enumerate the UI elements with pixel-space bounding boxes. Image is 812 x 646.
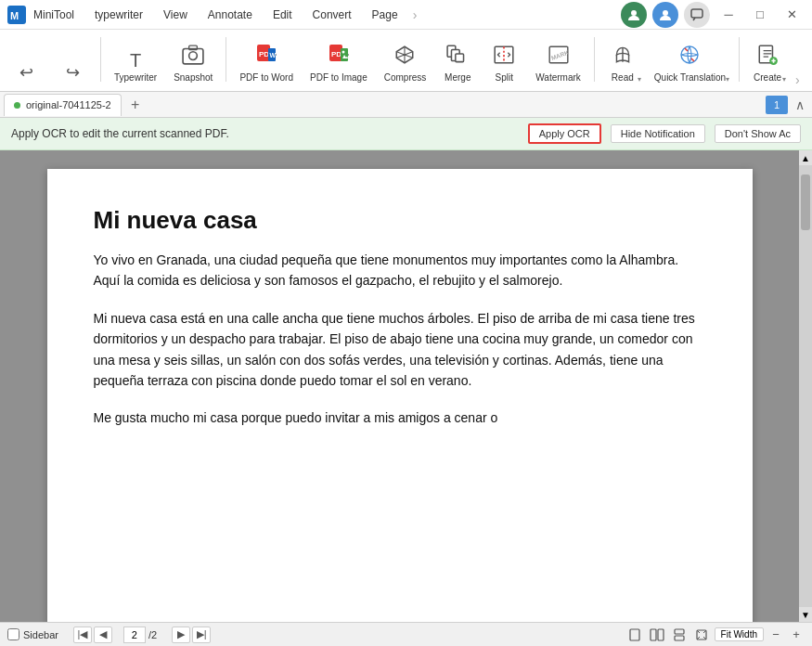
single-page-view-button[interactable]: [625, 627, 644, 643]
hide-notification-button[interactable]: Hide Notification: [611, 124, 705, 143]
zoom-in-button[interactable]: +: [788, 627, 805, 643]
title-icons: ─ □ ✕: [621, 2, 805, 28]
paragraph-2: Mi nueva casa está en una calle ancha qu…: [94, 308, 706, 392]
page-navigation-right: ▶ ▶|: [172, 627, 211, 643]
quick-translation-button[interactable]: Quick Translation: [647, 33, 733, 87]
read-icon: [612, 44, 634, 70]
svg-point-6: [189, 52, 198, 60]
paragraph-3: Me gusta mucho mi casa porque puedo invi…: [94, 407, 706, 428]
tab-right-controls: 1 ∧: [766, 96, 808, 114]
status-right-controls: Fit Width − +: [625, 627, 805, 643]
scroll-view-button[interactable]: [670, 627, 689, 643]
svg-rect-5: [183, 48, 203, 63]
compress-icon: [393, 44, 416, 70]
prev-page-button[interactable]: ◀: [94, 627, 112, 643]
ribbon: ↩ ↪ T Typewriter Snapshot: [0, 30, 812, 92]
last-page-button[interactable]: ▶|: [192, 627, 211, 643]
split-button[interactable]: Split: [482, 33, 526, 87]
menu-annotate[interactable]: Annotate: [199, 5, 262, 25]
user-icon[interactable]: [621, 2, 647, 28]
watermark-button[interactable]: MARK Watermark: [528, 33, 588, 87]
tab-add-button[interactable]: +: [125, 95, 146, 115]
minimize-button[interactable]: ─: [715, 5, 741, 25]
apply-ocr-button[interactable]: Apply OCR: [528, 123, 601, 144]
snapshot-label: Snapshot: [174, 72, 213, 84]
status-bar: Sidebar |◀ ◀ /2 ▶ ▶| Fit Width − +: [0, 622, 812, 646]
ribbon-tools: ↩ ↪ T Typewriter Snapshot: [4, 33, 808, 91]
svg-rect-30: [675, 636, 684, 640]
separator-4: [739, 37, 740, 82]
undo-button[interactable]: ↩: [4, 33, 48, 87]
pdf-to-image-button[interactable]: PDF PDF to Image: [303, 33, 375, 87]
watermark-label: Watermark: [535, 72, 581, 84]
scroll-thumb[interactable]: [801, 174, 810, 230]
pdf-to-word-button[interactable]: PDF W PDF to Word: [232, 33, 301, 87]
split-icon: [493, 44, 515, 70]
typewriter-label: Typewriter: [114, 72, 157, 84]
pdf-to-word-icon: PDF W: [255, 44, 277, 70]
svg-rect-26: [630, 629, 639, 640]
total-pages: /2: [148, 629, 157, 640]
scroll-down-button[interactable]: ▼: [801, 607, 810, 622]
menu-more-icon[interactable]: ›: [409, 5, 421, 25]
tab-active-dot: [14, 102, 20, 109]
app-name: MiniTool: [33, 8, 74, 21]
dont-show-again-button[interactable]: Don't Show Ac: [715, 124, 801, 143]
menu-page[interactable]: Page: [363, 5, 407, 25]
page-indicator: /2: [123, 627, 157, 643]
zoom-out-button[interactable]: −: [767, 627, 784, 643]
svg-rect-29: [675, 629, 684, 634]
read-label: Read: [612, 72, 634, 84]
separator-1: [100, 37, 101, 82]
snapshot-icon: [182, 44, 204, 70]
scroll-up-button[interactable]: ▲: [801, 150, 810, 165]
ribbon-more-icon[interactable]: ›: [792, 72, 804, 87]
quick-translation-label: Quick Translation: [654, 72, 726, 84]
sidebar-checkbox[interactable]: [7, 628, 19, 640]
separator-3: [594, 37, 595, 82]
chat-icon[interactable]: [684, 2, 710, 28]
pdf-viewer[interactable]: Mi nueva casa Yo vivo en Granada, una ci…: [0, 150, 799, 622]
menu-view[interactable]: View: [154, 5, 197, 25]
tab-document[interactable]: original-7041125-2: [4, 94, 122, 116]
separator-2: [226, 37, 226, 82]
menu-home[interactable]: typewriter: [85, 5, 152, 25]
quick-translation-icon: [678, 44, 701, 70]
sidebar-toggle[interactable]: Sidebar: [7, 628, 58, 640]
profile-icon[interactable]: [652, 2, 678, 28]
typewriter-icon: T: [130, 51, 141, 70]
document-title: Mi nueva casa: [94, 206, 706, 235]
title-bar: M MiniTool typewriter View Annotate Edit…: [0, 0, 812, 30]
redo-button[interactable]: ↪: [50, 33, 95, 87]
split-label: Split: [496, 72, 513, 84]
tab-collapse-button[interactable]: ∧: [792, 97, 808, 112]
svg-text:W: W: [270, 52, 277, 58]
close-button[interactable]: ✕: [779, 5, 805, 25]
fit-width-button[interactable]: Fit Width: [715, 627, 764, 641]
maximize-button[interactable]: □: [747, 5, 773, 25]
scroll-track[interactable]: [799, 165, 812, 607]
menu-edit[interactable]: Edit: [264, 5, 302, 25]
compress-button[interactable]: Compress: [377, 33, 434, 87]
menu-convert[interactable]: Convert: [303, 5, 361, 25]
svg-text:M: M: [10, 10, 19, 21]
svg-rect-18: [456, 54, 464, 62]
page-navigation: |◀ ◀: [73, 627, 112, 643]
first-page-button[interactable]: |◀: [73, 627, 92, 643]
ocr-notification-bar: Apply OCR to edit the current scanned PD…: [0, 118, 812, 150]
merge-button[interactable]: Merge: [435, 33, 480, 87]
undo-icon: ↩: [19, 64, 33, 81]
ocr-message: Apply OCR to edit the current scanned PD…: [11, 127, 519, 140]
two-page-view-button[interactable]: [648, 627, 666, 643]
svg-text:MARK: MARK: [549, 49, 569, 61]
read-button[interactable]: Read: [600, 33, 645, 87]
snapshot-button[interactable]: Snapshot: [166, 33, 220, 87]
typewriter-button[interactable]: T Typewriter: [107, 33, 164, 87]
svg-point-2: [631, 10, 637, 16]
create-button[interactable]: Create: [745, 33, 790, 87]
compress-label: Compress: [384, 72, 427, 84]
fit-page-button[interactable]: [692, 627, 711, 643]
next-page-button[interactable]: ▶: [172, 627, 190, 643]
sidebar-label: Sidebar: [23, 629, 58, 640]
page-number-input[interactable]: [123, 627, 146, 643]
